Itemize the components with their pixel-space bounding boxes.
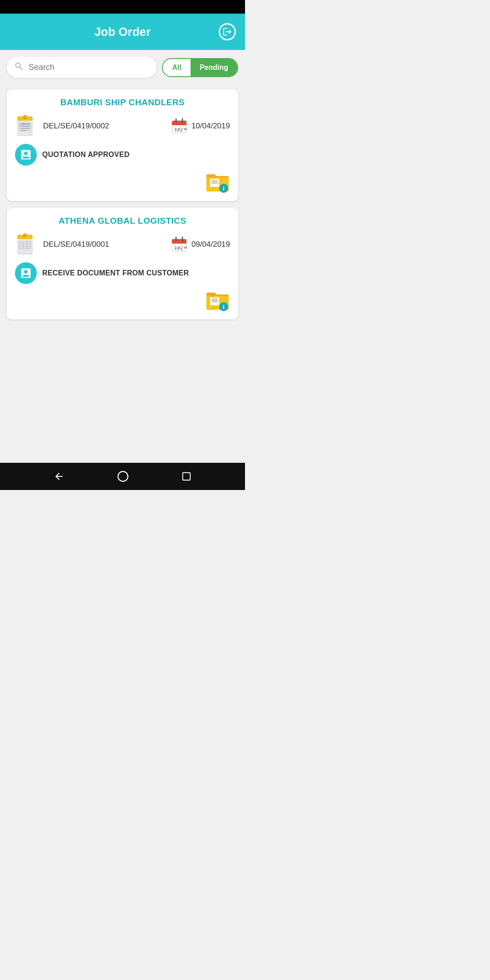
header: Job Order [0,14,245,50]
job-number-1: DEL/SE/0419/0002 [43,122,165,131]
search-box [7,57,157,78]
calendar-icon-1: S M T W T F S [171,118,188,135]
svg-text:i: i [223,185,225,192]
job-card-1[interactable]: BAMBURI SHIP CHANDLERS DEL/SE/041 [7,89,238,201]
company-name-1: BAMBURI SHIP CHANDLERS [15,98,230,108]
svg-rect-26 [18,237,32,254]
search-icon [14,61,24,74]
filter-toggle: All Pending [162,58,238,77]
search-input[interactable] [29,63,149,72]
recent-button[interactable] [181,471,191,481]
job-date-2: 09/04/2019 [191,240,230,249]
svg-rect-20 [210,179,219,187]
status-bar [0,0,245,14]
company-name-2: ATHENA GLOBAL LOGISTICS [15,216,230,226]
svg-rect-34 [24,234,26,237]
info-btn-row-2: i [15,289,230,312]
bottom-navigation [0,463,245,490]
home-button[interactable] [117,470,129,482]
filter-all-button[interactable]: All [163,59,190,76]
svg-rect-15 [172,123,186,125]
svg-rect-0 [18,118,32,136]
status-text-2: RECEIVE DOCUMENT FROM CUSTOMER [42,269,189,277]
status-text-1: QUOTATION APPROVED [42,151,130,159]
job-date-1: 10/04/2019 [191,122,230,131]
svg-text:i: i [223,304,225,310]
svg-rect-42 [210,297,219,305]
job-row-2: DEL/SE/0419/0001 S M T W T F S 09/04/201… [15,233,230,256]
job-card-2[interactable]: ATHENA GLOBAL LOGISTICS DEL/SE/0419/0001 [7,208,238,319]
search-filter-bar: All Pending [0,50,245,85]
svg-point-48 [118,471,128,481]
page-title: Job Order [94,25,151,39]
svg-rect-12 [24,115,26,119]
status-icon-1 [15,144,37,166]
calendar-icon-2: S M T W T F S [171,236,188,253]
svg-rect-49 [183,473,191,480]
status-icon-2 [15,262,37,284]
job-number-2: DEL/SE/0419/0001 [43,240,165,249]
status-row-1: QUOTATION APPROVED [15,144,230,166]
svg-rect-37 [172,242,186,244]
date-row-1: S M T W T F S 10/04/2019 [171,118,230,135]
back-button[interactable] [54,471,64,482]
info-folder-button-2[interactable]: i [205,289,230,312]
logout-button[interactable] [219,23,236,40]
info-btn-row-1: i [15,171,230,194]
svg-text:T  F  S: T F S [175,248,182,251]
job-list: BAMBURI SHIP CHANDLERS DEL/SE/041 [0,85,245,465]
job-row-1: DEL/SE/0419/0002 S M T W T F S 10/04/201… [15,115,230,137]
document-icon-1 [15,115,38,137]
info-folder-button-1[interactable]: i [205,171,230,194]
svg-text:T  F  S: T F S [175,129,182,132]
document-icon-2 [15,233,38,256]
date-row-2: S M T W T F S 09/04/2019 [171,236,230,253]
status-row-2: RECEIVE DOCUMENT FROM CUSTOMER [15,262,230,284]
filter-pending-button[interactable]: Pending [191,59,237,76]
